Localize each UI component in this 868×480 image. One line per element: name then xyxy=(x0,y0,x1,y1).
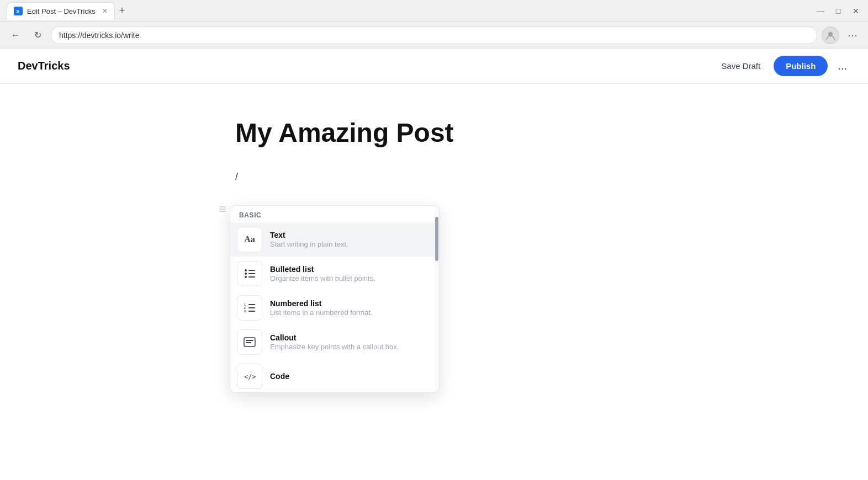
url-text: https://devtricks.io/write xyxy=(59,31,140,40)
svg-rect-17 xyxy=(248,311,255,312)
minimize-button[interactable]: — xyxy=(813,3,828,19)
slash-item-numbered-desc: List items in a numbered format. xyxy=(270,308,373,317)
address-bar[interactable]: https://devtricks.io/write xyxy=(51,26,817,44)
svg-rect-20 xyxy=(246,342,251,343)
slash-menu-item-bulleted[interactable]: Bulleted list Organize items with bullet… xyxy=(230,257,439,291)
slash-menu-item-text[interactable]: Aa Text Start writing in plain text. xyxy=(230,222,439,257)
more-options-button[interactable]: ... xyxy=(834,56,850,76)
window-controls: — □ ✕ xyxy=(813,3,864,19)
slash-menu-scroll[interactable]: Aa Text Start writing in plain text. xyxy=(230,222,439,392)
slash-item-bulleted-info: Bulleted list Organize items with bullet… xyxy=(270,265,375,282)
browser-tab[interactable]: D Edit Post – DevTricks ✕ xyxy=(7,2,115,20)
publish-button[interactable]: Publish xyxy=(774,56,828,76)
tab-close-button[interactable]: ✕ xyxy=(102,7,108,15)
back-button[interactable]: ← xyxy=(7,26,24,44)
app-header: DevTricks Save Draft Publish ... xyxy=(0,49,868,84)
svg-rect-3 xyxy=(219,206,226,207)
svg-text:3.: 3. xyxy=(244,310,247,313)
slash-menu-item-numbered[interactable]: 1. 2. 3. Numbered list List xyxy=(230,291,439,325)
svg-point-8 xyxy=(245,273,247,275)
browser-frame: D Edit Post – DevTricks ✕ + — □ ✕ ← ↻ ht… xyxy=(0,0,868,480)
slash-item-numbered-info: Numbered list List items in a numbered f… xyxy=(270,299,373,317)
svg-point-6 xyxy=(245,269,247,271)
profile-button[interactable] xyxy=(822,26,839,44)
svg-rect-9 xyxy=(248,273,255,274)
svg-rect-11 xyxy=(248,276,255,278)
svg-rect-7 xyxy=(248,270,255,271)
slash-item-callout-desc: Emphasize key points with a callout box. xyxy=(270,343,399,351)
slash-menu-item-code[interactable]: </> Code xyxy=(230,359,439,392)
new-tab-button[interactable]: + xyxy=(119,5,125,17)
slash-command-input[interactable]: / xyxy=(235,171,633,183)
svg-rect-19 xyxy=(246,340,253,341)
app-content: DevTricks Save Draft Publish ... My Amaz… xyxy=(0,49,868,480)
svg-text:</>: </> xyxy=(244,373,256,381)
svg-rect-5 xyxy=(219,211,226,212)
slash-item-numbered-name: Numbered list xyxy=(270,299,373,308)
numbered-list-icon: 1. 2. 3. xyxy=(237,295,262,321)
slash-item-callout-info: Callout Emphasize key points with a call… xyxy=(270,333,399,351)
slash-item-text-info: Text Start writing in plain text. xyxy=(270,231,348,248)
slash-item-code-info: Code xyxy=(270,372,289,381)
close-button[interactable]: ✕ xyxy=(848,3,864,19)
svg-point-10 xyxy=(245,276,247,278)
slash-item-bulleted-name: Bulleted list xyxy=(270,265,375,274)
browser-toolbar: ← ↻ https://devtricks.io/write ⋯ xyxy=(0,22,868,49)
bulleted-list-icon xyxy=(237,261,262,286)
slash-item-code-name: Code xyxy=(270,372,289,381)
save-draft-button[interactable]: Save Draft xyxy=(714,57,767,75)
browser-titlebar: D Edit Post – DevTricks ✕ + — □ ✕ xyxy=(0,0,868,22)
app-logo: DevTricks xyxy=(18,60,70,72)
code-icon: </> xyxy=(237,364,262,389)
post-title[interactable]: My Amazing Post xyxy=(235,117,633,149)
header-actions: Save Draft Publish ... xyxy=(714,56,850,76)
svg-text:D: D xyxy=(17,9,19,13)
slash-item-desc: Start writing in plain text. xyxy=(270,240,348,248)
text-icon: Aa xyxy=(237,227,262,252)
slash-menu-section-label: Basic xyxy=(230,206,439,222)
editor-area: My Amazing Post / Basic Aa xyxy=(0,84,868,480)
editor-inner: My Amazing Post / Basic Aa xyxy=(235,117,633,480)
refresh-button[interactable]: ↻ xyxy=(29,26,46,44)
block-handle[interactable] xyxy=(219,205,226,215)
svg-rect-15 xyxy=(248,307,255,308)
slash-menu-item-callout[interactable]: Callout Emphasize key points with a call… xyxy=(230,325,439,359)
maximize-button[interactable]: □ xyxy=(830,3,846,19)
tab-title: Edit Post – DevTricks xyxy=(27,7,96,15)
slash-item-callout-name: Callout xyxy=(270,333,399,342)
slash-item-name: Text xyxy=(270,231,348,239)
slash-command-menu: Basic Aa Text Start writing in plain tex… xyxy=(230,205,440,393)
tab-favicon: D xyxy=(14,7,23,15)
callout-icon xyxy=(237,329,262,355)
svg-rect-4 xyxy=(219,209,226,210)
browser-more-button[interactable]: ⋯ xyxy=(844,26,861,44)
scrollbar-thumb[interactable] xyxy=(435,217,438,261)
slash-item-bulleted-desc: Organize items with bullet points. xyxy=(270,274,375,282)
svg-rect-13 xyxy=(248,304,255,305)
